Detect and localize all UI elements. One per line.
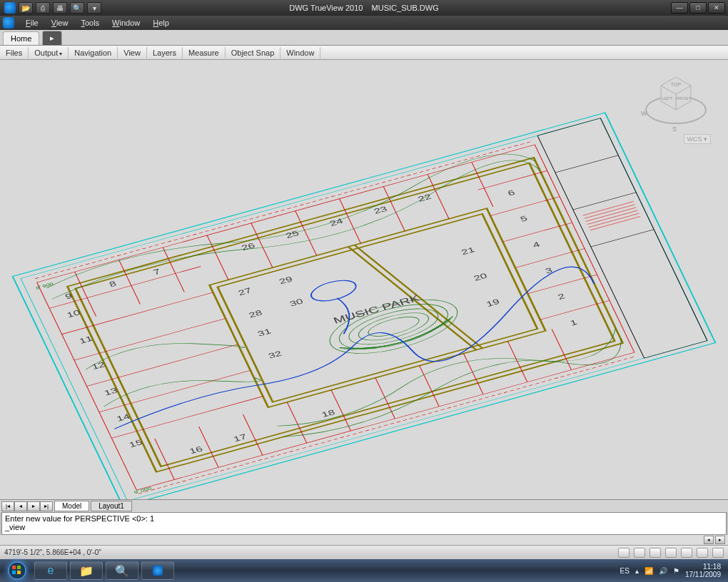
svg-text:32: 32 [267, 349, 283, 360]
panel-output[interactable]: Output▾ [29, 47, 69, 58]
ribbon-panels: Files Output▾ Navigation View Layers Mea… [0, 46, 728, 60]
status-grid-button[interactable] [634, 548, 645, 558]
svg-text:9' 000: 9' 000 [133, 486, 153, 495]
close-button[interactable]: ✕ [708, 2, 725, 14]
ribbon-tab-more[interactable]: ▸ [42, 31, 62, 45]
svg-rect-97 [17, 566, 21, 569]
svg-text:9: 9 [64, 292, 74, 301]
layout-nav: |◂ ◂ ▸ ▸| [1, 501, 53, 511]
svg-text:20: 20 [472, 272, 489, 282]
svg-text:8' 900: 8' 900 [35, 282, 54, 291]
svg-line-8 [586, 208, 637, 222]
qat-search-button[interactable]: 🔍 [70, 2, 84, 14]
qat-dropdown-button[interactable]: ▾ [87, 2, 101, 14]
menu-help[interactable]: Help [147, 17, 175, 29]
svg-line-30 [199, 427, 218, 467]
status-lwt-button[interactable] [712, 548, 724, 558]
svg-text:2: 2 [556, 292, 566, 302]
qat-open-button[interactable]: 📂 [19, 2, 33, 14]
svg-text:29: 29 [278, 275, 294, 286]
svg-text:21: 21 [460, 245, 476, 256]
start-button[interactable] [3, 561, 31, 581]
menu-file[interactable]: File [20, 17, 44, 29]
menu-window[interactable]: Window [106, 17, 146, 29]
maximize-button[interactable]: □ [689, 2, 707, 14]
qat-plot-button[interactable]: ⎙ [36, 2, 50, 14]
layout-tab-layout1[interactable]: Layout1 [91, 501, 132, 511]
svg-text:5: 5 [519, 214, 529, 223]
viewcube[interactable]: TOP LEFT FRONT W S WCS ▾ [644, 70, 708, 141]
panel-window[interactable]: Window [280, 47, 320, 58]
statusbar: 4719'-5 1/2", 5.866E+04 , 0'-0" [0, 545, 728, 559]
command-line[interactable]: Enter new value for PERSPECTIVE <0>: 1 _… [1, 512, 727, 535]
scroll-right-button[interactable]: ▸ [715, 536, 725, 544]
svg-text:8: 8 [108, 280, 118, 289]
svg-rect-96 [12, 566, 16, 569]
status-model-button[interactable] [618, 548, 630, 558]
tray-network-icon[interactable]: 📶 [644, 567, 653, 575]
svg-line-11 [590, 216, 641, 230]
tray-sound-icon[interactable]: 🔊 [659, 567, 667, 575]
svg-line-28 [472, 162, 493, 206]
panel-navigation[interactable]: Navigation [69, 47, 118, 58]
svg-text:28: 28 [248, 309, 264, 320]
svg-line-38 [552, 329, 571, 369]
svg-text:1: 1 [569, 318, 579, 327]
svg-line-22 [207, 235, 228, 280]
panel-files[interactable]: Files [0, 47, 29, 58]
language-indicator[interactable]: ES [620, 567, 630, 575]
status-osnap-button[interactable] [697, 548, 708, 558]
svg-rect-99 [17, 571, 21, 574]
command-history-line: Enter new value for PERSPECTIVE <0>: 1 [5, 514, 723, 523]
layout-tab-bar: |◂ ◂ ▸ ▸| Model Layout1 [0, 499, 728, 512]
drawing-canvas[interactable]: 987 262524 2322 654 321 101112 131415 16… [0, 60, 728, 499]
panel-measure[interactable]: Measure [183, 47, 226, 58]
app-icon[interactable] [4, 2, 16, 14]
svg-text:7: 7 [152, 267, 162, 277]
ribbon-tab-home[interactable]: Home [3, 31, 39, 45]
ie-icon: e [48, 564, 54, 577]
menu-tools[interactable]: Tools [75, 17, 105, 29]
svg-text:30: 30 [288, 297, 305, 308]
panel-object-snap[interactable]: Object Snap [226, 47, 281, 58]
svg-rect-98 [12, 571, 16, 574]
application-menu-icon[interactable] [3, 17, 14, 29]
svg-point-58 [308, 277, 360, 305]
panel-layers[interactable]: Layers [147, 47, 183, 58]
tray-chevron-icon[interactable]: ▴ [635, 567, 639, 575]
taskbar-ie[interactable]: e [34, 561, 67, 580]
taskbar-trueview[interactable] [141, 561, 174, 580]
svg-line-4 [573, 193, 636, 210]
menu-view[interactable]: View [46, 17, 74, 29]
svg-text:4: 4 [532, 240, 542, 250]
layout-nav-prev[interactable]: ◂ [14, 501, 27, 511]
panel-view[interactable]: View [118, 47, 147, 58]
app-title: DWG TrueView 2010 [289, 4, 363, 12]
svg-line-34 [375, 378, 395, 419]
tray-flag-icon[interactable]: ⚑ [673, 567, 679, 575]
viewcube-face-left: LEFT [662, 96, 673, 101]
svg-text:31: 31 [256, 327, 273, 338]
taskbar-explorer[interactable]: 📁 [70, 561, 103, 580]
layout-tab-model[interactable]: Model [54, 501, 89, 511]
coord-system-label[interactable]: WCS ▾ [684, 134, 712, 144]
layout-nav-last[interactable]: ▸| [40, 501, 53, 511]
minimize-button[interactable]: — [671, 2, 688, 14]
status-polar-button[interactable] [681, 548, 692, 558]
compass-s: S [672, 126, 677, 133]
status-snap-button[interactable] [649, 548, 661, 558]
windows-taskbar: e 📁 🔍 ES ▴ 📶 🔊 ⚑ 11:18 17/11/2009 [0, 559, 728, 582]
scroll-left-button[interactable]: ◂ [704, 536, 714, 544]
qat-print-button[interactable]: 🖶 [53, 2, 67, 14]
status-ortho-button[interactable] [665, 548, 677, 558]
taskbar-magnifier[interactable]: 🔍 [106, 561, 138, 580]
svg-line-33 [331, 390, 350, 431]
svg-line-52 [138, 356, 637, 494]
viewcube-face-front: FRONT [677, 96, 692, 101]
svg-line-51 [35, 141, 533, 279]
svg-text:27: 27 [237, 286, 253, 297]
taskbar-clock[interactable]: 11:18 17/11/2009 [685, 563, 721, 578]
layout-nav-first[interactable]: |◂ [1, 501, 14, 511]
ribbon-tab-strip: Home ▸ [0, 30, 728, 46]
layout-nav-next[interactable]: ▸ [27, 501, 40, 511]
